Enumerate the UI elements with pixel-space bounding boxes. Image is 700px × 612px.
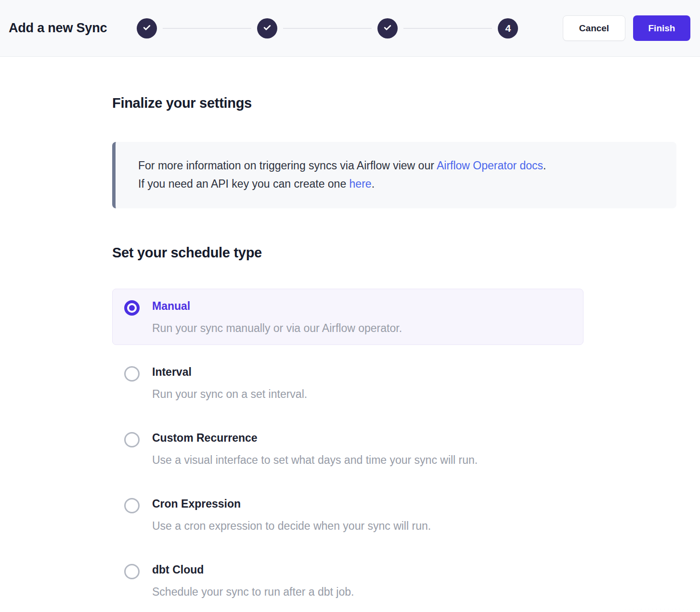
radio-manual-checked-icon[interactable] <box>124 300 140 316</box>
step-number: 4 <box>505 23 511 34</box>
option-description: Use a cron expression to decide when you… <box>152 519 431 533</box>
step-1-complete <box>137 18 157 38</box>
info-callout: For more information on triggering syncs… <box>112 142 676 208</box>
radio-cron-expression-unchecked-icon[interactable] <box>124 498 140 513</box>
create-api-key-link[interactable]: here <box>350 178 372 190</box>
schedule-type-options: Manual Run your sync manually or via our… <box>112 289 583 609</box>
option-custom-recurrence[interactable]: Custom Recurrence Use a visual interface… <box>112 421 583 477</box>
step-3-complete <box>377 18 398 38</box>
step-connector <box>163 28 251 29</box>
option-label: Cron Expression <box>152 497 431 510</box>
header-actions: Cancel Finish <box>563 15 690 41</box>
step-connector <box>403 28 492 29</box>
radio-interval-unchecked-icon[interactable] <box>124 366 140 382</box>
option-text: Interval Run your sync on a set interval… <box>152 365 307 401</box>
option-description: Run your sync manually or via our Airflo… <box>152 321 402 335</box>
option-label: dbt Cloud <box>152 563 354 576</box>
option-text: dbt Cloud Schedule your sync to run afte… <box>152 563 354 599</box>
step-4-current: 4 <box>498 18 518 38</box>
option-label: Manual <box>152 299 402 313</box>
option-text: Manual Run your sync manually or via our… <box>152 299 402 335</box>
option-manual[interactable]: Manual Run your sync manually or via our… <box>112 289 583 345</box>
option-label: Custom Recurrence <box>152 431 478 445</box>
check-icon <box>142 23 152 34</box>
main-content: Finalize your settings For more informat… <box>0 95 700 609</box>
finish-button[interactable]: Finish <box>633 15 690 41</box>
option-text: Custom Recurrence Use a visual interface… <box>152 431 478 467</box>
radio-dbt-cloud-unchecked-icon[interactable] <box>124 564 140 579</box>
step-connector <box>283 28 372 29</box>
schedule-type-heading: Set your schedule type <box>112 245 700 261</box>
option-description: Run your sync on a set interval. <box>152 387 307 401</box>
option-description: Use a visual interface to set what days … <box>152 453 478 467</box>
option-interval[interactable]: Interval Run your sync on a set interval… <box>112 355 583 411</box>
page-title: Add a new Sync <box>9 21 107 36</box>
wizard-stepper: 4 <box>137 18 518 38</box>
option-description: Schedule your sync to run after a dbt jo… <box>152 585 354 599</box>
wizard-header: Add a new Sync 4 Cancel Finish <box>0 0 700 57</box>
check-icon <box>383 23 392 34</box>
finalize-settings-heading: Finalize your settings <box>112 95 700 111</box>
step-2-complete <box>257 18 277 38</box>
check-icon <box>262 23 272 34</box>
option-dbt-cloud[interactable]: dbt Cloud Schedule your sync to run afte… <box>112 552 583 609</box>
radio-custom-recurrence-unchecked-icon[interactable] <box>124 432 140 447</box>
option-text: Cron Expression Use a cron expression to… <box>152 497 431 533</box>
option-label: Interval <box>152 365 307 379</box>
callout-text: If you need an API key you can create on… <box>138 178 350 190</box>
airflow-operator-docs-link[interactable]: Airflow Operator docs <box>437 159 543 172</box>
callout-text: For more information on triggering syncs… <box>138 159 437 172</box>
cancel-button[interactable]: Cancel <box>563 15 625 41</box>
callout-text: . <box>543 159 546 172</box>
callout-text: . <box>372 178 375 190</box>
option-cron-expression[interactable]: Cron Expression Use a cron expression to… <box>112 486 583 543</box>
